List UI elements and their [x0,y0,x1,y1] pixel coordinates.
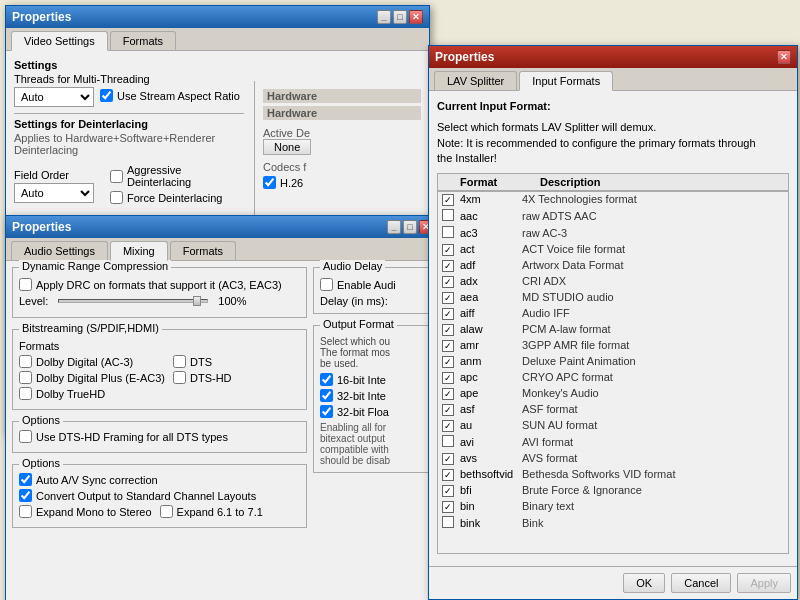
video-title-bar[interactable]: Properties _ □ ✕ [6,6,429,28]
format-list-item[interactable]: amr 3GPP AMR file format [438,338,788,354]
h264-checkbox[interactable] [263,176,276,189]
tab-video-settings[interactable]: Video Settings [11,31,108,51]
tab-mixing[interactable]: Mixing [110,241,168,261]
options1-title: Options [19,414,63,426]
format-list-item[interactable]: aiff Audio IFF [438,306,788,322]
none-button[interactable]: None [263,139,311,155]
format-checkbox[interactable] [442,276,454,288]
format-checkbox-cell [442,371,460,384]
enable-audio-label: Enable Audi [337,279,396,291]
dolby-digital-checkbox[interactable] [19,355,32,368]
autosync-checkbox[interactable] [19,473,32,486]
format-checkbox[interactable] [442,244,454,256]
format-checkbox[interactable] [442,340,454,352]
format-list-item[interactable]: anm Deluxe Paint Animation [438,354,788,370]
format-description: Binary text [522,500,784,512]
minimize-button[interactable]: _ [377,10,391,24]
dtshd-framing-checkbox[interactable] [19,430,32,443]
format-list-item[interactable]: act ACT Voice file format [438,242,788,258]
format-list-item[interactable]: avs AVS format [438,451,788,467]
format-checkbox[interactable] [442,420,454,432]
format-checkbox[interactable] [442,260,454,272]
format-checkbox[interactable] [442,501,454,513]
tab-audio-formats[interactable]: Formats [170,241,236,260]
format-list-item[interactable]: bfi Brute Force & Ignorance [438,483,788,499]
dolby-digital-label: Dolby Digital (AC-3) [36,356,133,368]
format-checkbox[interactable] [442,453,454,465]
aggressive-checkbox[interactable] [110,170,123,183]
format-checkbox[interactable] [442,516,454,528]
format-list-item[interactable]: ac3 raw AC-3 [438,225,788,242]
maximize-button[interactable]: □ [393,10,407,24]
bit32int-label: 32-bit Inte [337,390,386,402]
bit32int-checkbox[interactable] [320,389,333,402]
bit32float-checkbox[interactable] [320,405,333,418]
tab-video-formats[interactable]: Formats [110,31,176,50]
bit16-checkbox[interactable] [320,373,333,386]
format-checkbox-cell [442,387,460,400]
threads-select[interactable]: Auto [14,87,94,107]
audio-maximize-button[interactable]: □ [403,220,417,234]
format-description: ACT Voice file format [522,243,784,255]
format-list[interactable]: 4xm 4X Technologies format aac raw ADTS … [438,192,788,553]
format-checkbox[interactable] [442,388,454,400]
format-checkbox[interactable] [442,209,454,221]
dts-row: DTS [173,355,232,368]
format-checkbox[interactable] [442,356,454,368]
options2-title: Options [19,457,63,469]
format-list-item[interactable]: avi AVI format [438,434,788,451]
tab-lav-splitter[interactable]: LAV Splitter [434,71,517,90]
format-checkbox[interactable] [442,469,454,481]
format-list-item[interactable]: ape Monkey's Audio [438,386,788,402]
format-list-item[interactable]: alaw PCM A-law format [438,322,788,338]
convert-output-checkbox[interactable] [19,489,32,502]
autosync-row: Auto A/V Sync correction [19,473,300,486]
dts-checkbox[interactable] [173,355,186,368]
force-deinterlace-checkbox[interactable] [110,191,123,204]
ok-button[interactable]: OK [623,573,665,593]
format-list-item[interactable]: bink Bink [438,515,788,532]
format-list-item[interactable]: bin Binary text [438,499,788,515]
format-checkbox[interactable] [442,485,454,497]
format-checkbox[interactable] [442,324,454,336]
format-list-item[interactable]: aac raw ADTS AAC [438,208,788,225]
tab-input-formats[interactable]: Input Formats [519,71,613,91]
format-list-item[interactable]: apc CRYO APC format [438,370,788,386]
format-checkbox[interactable] [442,226,454,238]
hardware-label-1: Hardware [263,89,421,103]
format-description: raw AC-3 [522,227,784,239]
lav-close-button[interactable]: ✕ [777,50,791,64]
format-list-item[interactable]: asf ASF format [438,402,788,418]
audio-minimize-button[interactable]: _ [387,220,401,234]
apply-drc-checkbox[interactable] [19,278,32,291]
format-checkbox[interactable] [442,308,454,320]
format-checkbox[interactable] [442,435,454,447]
format-checkbox[interactable] [442,372,454,384]
format-checkbox[interactable] [442,194,454,206]
format-list-item[interactable]: adf Artworx Data Format [438,258,788,274]
dynamic-range-group: Dynamic Range Compression Apply DRC on f… [12,267,307,318]
close-button[interactable]: ✕ [409,10,423,24]
format-description: Artworx Data Format [522,259,784,271]
enable-audio-checkbox[interactable] [320,278,333,291]
format-list-item[interactable]: 4xm 4X Technologies format [438,192,788,208]
format-checkbox[interactable] [442,404,454,416]
cancel-button[interactable]: Cancel [671,573,731,593]
expand-mono-checkbox[interactable] [19,505,32,518]
stream-aspect-checkbox[interactable] [100,89,113,102]
lav-title-bar[interactable]: Properties ✕ [429,46,797,68]
apply-button[interactable]: Apply [737,573,791,593]
expand61-checkbox[interactable] [160,505,173,518]
format-list-item[interactable]: au SUN AU format [438,418,788,434]
format-list-item[interactable]: aea MD STUDIO audio [438,290,788,306]
tab-audio-settings[interactable]: Audio Settings [11,241,108,260]
format-list-item[interactable]: bethsoftvid Bethesda Softworks VID forma… [438,467,788,483]
dtshd-checkbox[interactable] [173,371,186,384]
audio-title-bar[interactable]: Properties _ □ ✕ [6,216,439,238]
format-checkbox[interactable] [442,292,454,304]
dolby-plus-checkbox[interactable] [19,371,32,384]
format-list-item[interactable]: adx CRI ADX [438,274,788,290]
field-order-select[interactable]: Auto [14,183,94,203]
level-slider[interactable] [58,299,208,303]
dolby-truehd-checkbox[interactable] [19,387,32,400]
